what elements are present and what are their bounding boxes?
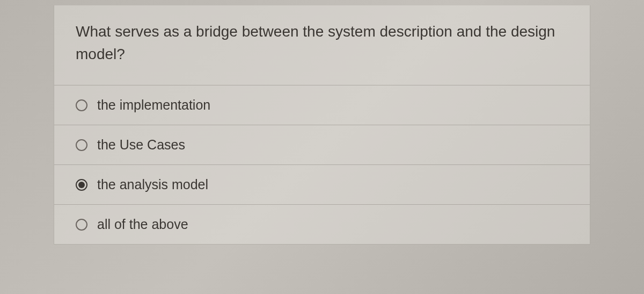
option-label: all of the above xyxy=(97,217,188,232)
question-section: What serves as a bridge between the syst… xyxy=(54,5,590,85)
option-label: the Use Cases xyxy=(97,137,185,153)
radio-dot-icon xyxy=(78,182,85,188)
radio-icon xyxy=(76,99,87,111)
option-row-2[interactable]: the analysis model xyxy=(54,165,590,205)
question-text: What serves as a bridge between the syst… xyxy=(76,20,568,66)
option-row-1[interactable]: the Use Cases xyxy=(54,125,590,165)
option-row-0[interactable]: the implementation xyxy=(54,85,590,125)
option-row-3[interactable]: all of the above xyxy=(54,205,590,244)
option-label: the implementation xyxy=(97,97,210,113)
radio-icon xyxy=(76,219,87,231)
options-list: the implementation the Use Cases the ana… xyxy=(54,85,590,244)
radio-icon xyxy=(76,139,87,151)
quiz-card: What serves as a bridge between the syst… xyxy=(54,5,590,245)
option-label: the analysis model xyxy=(97,177,208,192)
radio-icon xyxy=(76,179,87,191)
